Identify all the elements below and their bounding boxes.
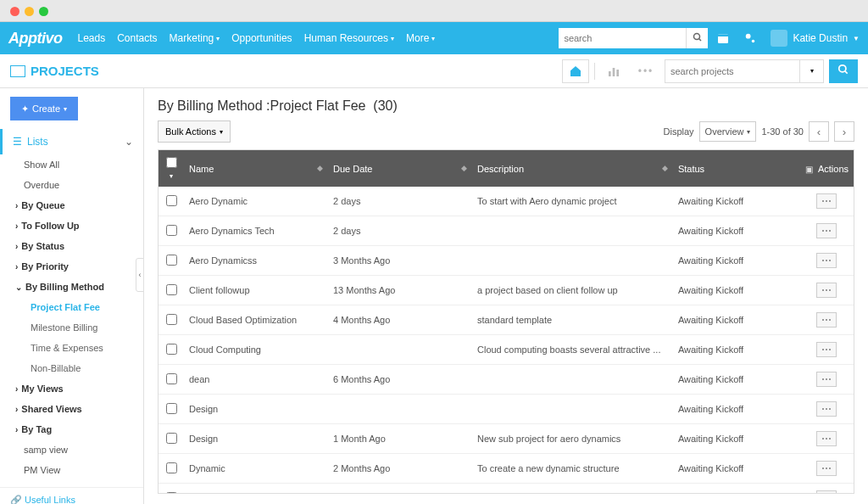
row-actions-button[interactable]: ⋯ — [816, 283, 837, 298]
more-views-button[interactable]: ••• — [632, 59, 659, 83]
sidebar-lists-header[interactable]: ☰ Lists ⌄ — [0, 129, 143, 154]
app-logo[interactable]: Apptivo — [8, 30, 63, 48]
col-name[interactable]: Name◆ — [184, 150, 328, 187]
prev-page-button[interactable]: ‹ — [809, 121, 829, 142]
row-checkbox[interactable] — [166, 492, 177, 495]
svg-line-1 — [698, 38, 701, 41]
row-checkbox[interactable] — [166, 225, 177, 236]
col-due[interactable]: Due Date◆ — [328, 150, 472, 187]
user-menu[interactable]: Katie Dustin ▼ — [771, 30, 860, 47]
chevron-right-icon: › — [15, 262, 18, 272]
row-actions-button[interactable]: ⋯ — [816, 431, 837, 446]
browser-chrome — [0, 0, 868, 22]
module-search-input[interactable] — [665, 59, 800, 83]
global-search-input[interactable] — [559, 28, 686, 48]
row-checkbox[interactable] — [166, 403, 177, 414]
module-search-button[interactable] — [829, 59, 858, 83]
row-checkbox[interactable] — [166, 344, 177, 355]
table-row[interactable]: Design1 Month AgoNew sub project for aer… — [159, 424, 854, 454]
table-row[interactable]: Client followup13 Months Agoa project ba… — [159, 276, 854, 305]
row-actions-button[interactable]: ⋯ — [816, 193, 837, 209]
select-all-checkbox[interactable] — [166, 157, 177, 168]
row-checkbox[interactable] — [166, 314, 177, 325]
table-row[interactable]: dean6 Months AgoAwaiting Kickoff⋯ — [159, 365, 854, 395]
module-search-filter[interactable]: ▾ — [800, 59, 824, 83]
sidebar-item-overdue[interactable]: Overdue — [0, 175, 143, 195]
next-page-button[interactable]: › — [834, 121, 854, 142]
row-actions-button[interactable]: ⋯ — [816, 461, 837, 476]
sidebar-item-by-queue[interactable]: ›By Queue — [0, 195, 143, 216]
sort-icon: ◆ — [662, 164, 668, 172]
table-row[interactable]: Cloud Based Optimization4 Months Agostan… — [159, 305, 854, 335]
table-row[interactable]: Cloud ComputingCloud computing boasts se… — [159, 335, 854, 365]
row-actions-button[interactable]: ⋯ — [816, 372, 837, 387]
row-checkbox[interactable] — [166, 284, 177, 295]
table-row[interactable]: Aero Dynamicss3 Months AgoAwaiting Kicko… — [159, 246, 854, 276]
minimize-window-icon[interactable] — [25, 7, 34, 16]
sidebar-item-time-&-expenses[interactable]: Time & Expenses — [0, 338, 143, 358]
nav-item-contacts[interactable]: Contacts — [117, 32, 157, 44]
row-checkbox[interactable] — [166, 255, 177, 266]
sidebar-item-by-status[interactable]: ›By Status — [0, 236, 143, 256]
calendar-icon[interactable] — [711, 28, 735, 48]
chevron-right-icon: › — [15, 242, 18, 251]
nav-item-more[interactable]: More▾ — [406, 32, 435, 44]
table-row[interactable]: Dynamic2 Months AgoTo create a new dynam… — [159, 454, 854, 484]
sidebar-item-my-views[interactable]: ›My Views — [0, 378, 143, 399]
close-window-icon[interactable] — [10, 7, 19, 16]
sidebar-item-by-billing-method[interactable]: ⌄By Billing Method — [0, 277, 143, 297]
cell-due: 3 Months Ago — [328, 246, 472, 276]
nav-item-human-resources[interactable]: Human Resources▾ — [304, 32, 394, 44]
chevron-right-icon: › — [15, 405, 18, 414]
sidebar-useful-links[interactable]: 🔗 Useful Links — [0, 487, 143, 504]
row-actions-button[interactable]: ⋯ — [816, 401, 837, 417]
row-actions-button[interactable]: ⋯ — [816, 253, 837, 268]
notification-icon[interactable] — [738, 28, 762, 48]
sidebar-item-non-billable[interactable]: Non-Billable — [0, 358, 143, 378]
create-button[interactable]: ✦ Create ▾ — [10, 97, 78, 120]
cell-name: Design — [184, 395, 328, 424]
nav-item-leads[interactable]: Leads — [78, 32, 106, 44]
sidebar-item-milestone-billing[interactable]: Milestone Billing — [0, 317, 143, 338]
sidebar-item-by-tag[interactable]: ›By Tag — [0, 419, 143, 440]
chevron-down-icon: ▼ — [853, 35, 860, 42]
user-name: Katie Dustin — [793, 32, 848, 44]
cell-status: Awaiting Kickoff — [673, 335, 800, 365]
row-checkbox[interactable] — [166, 433, 177, 444]
row-actions-button[interactable]: ⋯ — [816, 312, 837, 328]
col-status[interactable]: Status — [673, 150, 800, 187]
global-search-button[interactable] — [686, 28, 708, 48]
home-view-button[interactable] — [562, 59, 589, 83]
maximize-window-icon[interactable] — [39, 7, 48, 16]
nav-item-marketing[interactable]: Marketing▾ — [170, 32, 220, 44]
sidebar-item-to-follow-up[interactable]: ›To Follow Up — [0, 216, 143, 236]
sidebar-item-pm-view[interactable]: PM View — [0, 460, 143, 480]
sidebar-item-show-all[interactable]: Show All — [0, 154, 143, 175]
table-row[interactable]: Aero Dynamics Tech2 daysAwaiting Kickoff… — [159, 216, 854, 246]
chart-view-button[interactable] — [600, 59, 627, 83]
chevron-right-icon: › — [15, 221, 18, 231]
cell-desc — [472, 484, 673, 495]
table-row[interactable]: Aero Dynamic2 daysTo start with Aero dyn… — [159, 187, 854, 216]
sidebar-item-project-flat-fee[interactable]: Project Flat Fee — [0, 297, 143, 317]
row-actions-button[interactable]: ⋯ — [816, 223, 837, 238]
sidebar-item-by-priority[interactable]: ›By Priority — [0, 256, 143, 277]
sidebar-collapse-handle[interactable]: ‹ — [136, 258, 144, 292]
row-actions-button[interactable]: ⋯ — [816, 342, 837, 357]
sidebar-item-samp-view[interactable]: samp view — [0, 440, 143, 460]
col-desc[interactable]: Description◆ — [472, 150, 673, 187]
row-actions-button[interactable]: ⋯ — [816, 490, 837, 494]
sidebar-item-shared-views[interactable]: ›Shared Views — [0, 399, 143, 419]
cell-status: Awaiting Kickoff — [673, 246, 800, 276]
table-row[interactable]: DynamicAwaiting Kickoff⋯ — [159, 484, 854, 495]
table-row[interactable]: DesignAwaiting Kickoff⋯ — [159, 395, 854, 424]
chevron-down-icon[interactable]: ▾ — [170, 172, 173, 180]
row-checkbox[interactable] — [166, 462, 177, 473]
module-title[interactable]: PROJECTS — [10, 64, 99, 78]
display-label: Display — [664, 126, 694, 137]
row-checkbox[interactable] — [166, 195, 177, 206]
row-checkbox[interactable] — [166, 373, 177, 384]
nav-item-opportunities[interactable]: Opportunities — [231, 32, 292, 44]
display-select[interactable]: Overview ▾ — [699, 121, 757, 142]
bulk-actions-button[interactable]: Bulk Actions ▾ — [158, 120, 231, 143]
